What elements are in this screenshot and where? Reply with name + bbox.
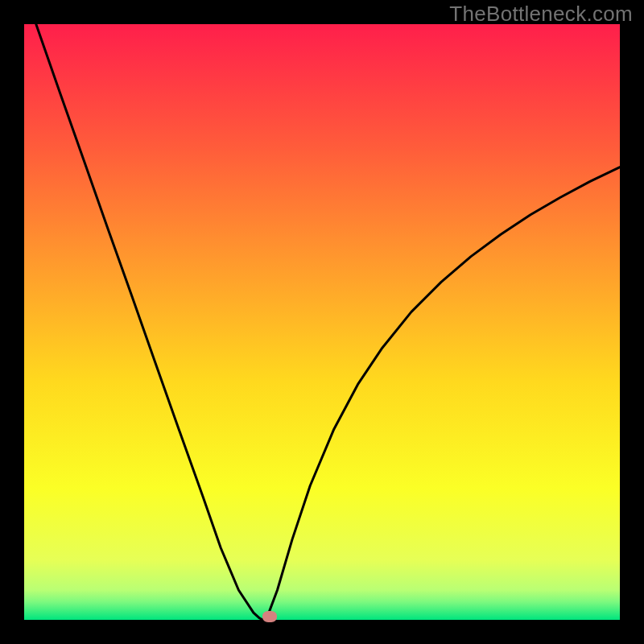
plot-area <box>24 24 620 620</box>
watermark-text: TheBottleneck.com <box>449 2 633 27</box>
selection-marker <box>262 611 277 622</box>
chart-frame: TheBottleneck.com <box>0 0 644 644</box>
bottleneck-curve <box>36 24 620 620</box>
curve-layer <box>24 24 620 620</box>
